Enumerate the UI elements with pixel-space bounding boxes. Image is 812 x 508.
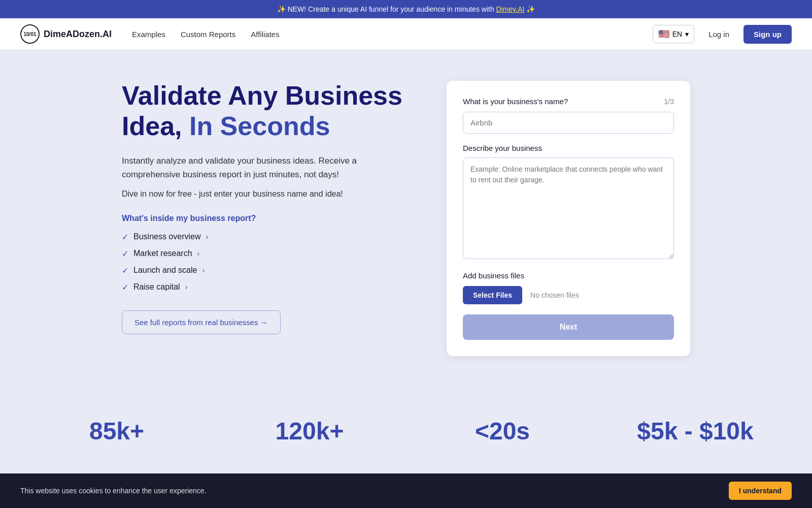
nav-affiliates[interactable]: Affiliates bbox=[251, 30, 279, 39]
cookie-accept-button[interactable]: I understand bbox=[729, 482, 792, 500]
add-files-label: Add business files bbox=[463, 271, 674, 280]
report-section-title: What's inside my business report? bbox=[122, 214, 416, 223]
step-indicator: 1/3 bbox=[664, 98, 674, 106]
navbar: 10/01 DimeADozen.AI Examples Custom Repo… bbox=[0, 18, 812, 50]
stat-value-0: 85k+ bbox=[30, 417, 203, 445]
business-name-input[interactable] bbox=[463, 112, 674, 134]
hero-title-line1: Validate Any Business bbox=[122, 81, 402, 110]
see-reports-button[interactable]: See full reports from real businesses → bbox=[122, 310, 281, 334]
describe-label: Describe your business bbox=[463, 144, 674, 152]
check-icon-2: ✓ bbox=[122, 266, 128, 275]
check-icon-0: ✓ bbox=[122, 232, 128, 242]
nav-examples[interactable]: Examples bbox=[132, 30, 165, 39]
chevron-down-icon: ▾ bbox=[685, 30, 689, 38]
hero-subtitle2: Dive in now for free - just enter your b… bbox=[122, 189, 416, 199]
stat-item-3: $5k - $10k bbox=[599, 407, 792, 455]
nav-right: 🇺🇸 EN ▾ Log in Sign up bbox=[653, 25, 792, 44]
stat-item-1: 120k+ bbox=[213, 407, 406, 455]
top-banner: ✨ NEW! Create a unique AI funnel for you… bbox=[0, 0, 812, 18]
stats-section: 85k+ 120k+ <20s $5k - $10k bbox=[0, 387, 812, 455]
checklist-item-3[interactable]: ✓ Raise capital › bbox=[122, 282, 416, 292]
form-card: What is your business's name? 1/3 Descri… bbox=[447, 81, 690, 356]
next-button[interactable]: Next bbox=[463, 314, 674, 340]
arrow-icon-2: › bbox=[202, 266, 205, 274]
hero-subtitle: Instantly analyze and validate your busi… bbox=[122, 154, 416, 181]
checklist-item-1[interactable]: ✓ Market research › bbox=[122, 249, 416, 259]
arrow-icon-0: › bbox=[206, 233, 209, 241]
select-files-button[interactable]: Select Files bbox=[463, 286, 522, 304]
describe-textarea[interactable] bbox=[463, 157, 674, 259]
arrow-icon-1: › bbox=[197, 249, 200, 258]
login-button[interactable]: Log in bbox=[702, 26, 735, 43]
banner-link[interactable]: Dimey.AI bbox=[496, 5, 525, 13]
flag-icon: 🇺🇸 bbox=[658, 28, 669, 40]
check-icon-3: ✓ bbox=[122, 282, 128, 292]
nav-custom-reports[interactable]: Custom Reports bbox=[181, 30, 235, 39]
nav-links: Examples Custom Reports Affiliates bbox=[132, 30, 280, 39]
stat-value-1: 120k+ bbox=[223, 417, 396, 445]
arrow-icon-3: › bbox=[185, 283, 188, 291]
stat-value-2: <20s bbox=[416, 417, 589, 445]
checklist-item-2[interactable]: ✓ Launch and scale › bbox=[122, 266, 416, 275]
hero-title-line2: Idea, bbox=[122, 111, 189, 141]
cookie-banner: This website uses cookies to enhance the… bbox=[0, 473, 812, 508]
checklist-label-0: Business overview bbox=[133, 232, 201, 241]
stat-item-0: 85k+ bbox=[20, 407, 213, 455]
stat-value-3: $5k - $10k bbox=[609, 417, 782, 445]
lang-label: EN bbox=[672, 30, 682, 38]
check-icon-1: ✓ bbox=[122, 249, 128, 259]
no-file-text: No chosen files bbox=[530, 291, 579, 299]
checklist: ✓ Business overview › ✓ Market research … bbox=[122, 232, 416, 292]
banner-suffix: ✨ bbox=[526, 5, 535, 13]
hero-left: Validate Any Business Idea, In Seconds I… bbox=[122, 81, 416, 334]
name-label: What is your business's name? bbox=[463, 97, 568, 106]
hero-title: Validate Any Business Idea, In Seconds bbox=[122, 81, 416, 142]
signup-button[interactable]: Sign up bbox=[743, 25, 792, 44]
checklist-item-0[interactable]: ✓ Business overview › bbox=[122, 232, 416, 242]
checklist-label-1: Market research bbox=[133, 249, 192, 258]
form-header: What is your business's name? 1/3 bbox=[463, 97, 674, 106]
main-section: Validate Any Business Idea, In Seconds I… bbox=[101, 81, 710, 356]
checklist-label-2: Launch and scale bbox=[133, 266, 197, 275]
file-row: Select Files No chosen files bbox=[463, 286, 674, 304]
checklist-label-3: Raise capital bbox=[133, 282, 180, 292]
logo-area: 10/01 DimeADozen.AI bbox=[20, 24, 112, 44]
stat-item-2: <20s bbox=[406, 407, 599, 455]
language-selector[interactable]: 🇺🇸 EN ▾ bbox=[653, 25, 694, 43]
hero-title-highlight: In Seconds bbox=[189, 111, 330, 141]
logo-text: DimeADozen.AI bbox=[44, 29, 112, 40]
cookie-text: This website uses cookies to enhance the… bbox=[20, 487, 207, 495]
banner-text: ✨ NEW! Create a unique AI funnel for you… bbox=[277, 5, 496, 13]
logo-icon: 10/01 bbox=[20, 24, 40, 44]
